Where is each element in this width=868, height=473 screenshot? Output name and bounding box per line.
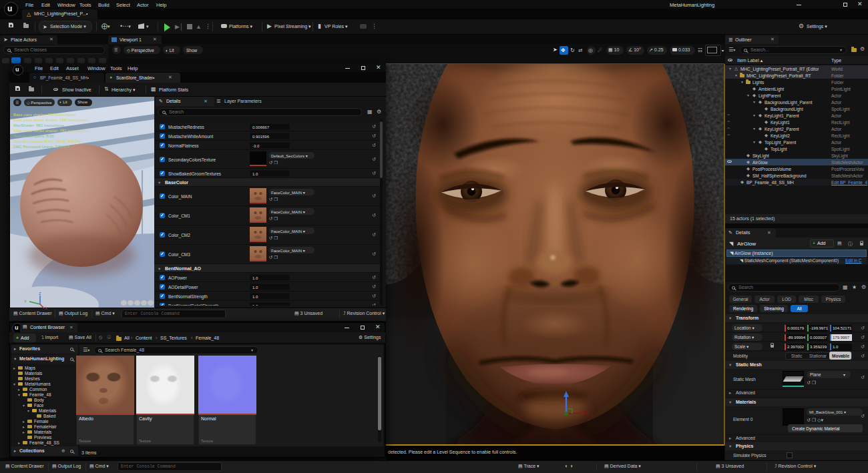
svg-text:Z: Z <box>39 292 41 296</box>
svg-text:X: X <box>45 306 47 310</box>
svg-text:Y: Y <box>24 300 27 304</box>
